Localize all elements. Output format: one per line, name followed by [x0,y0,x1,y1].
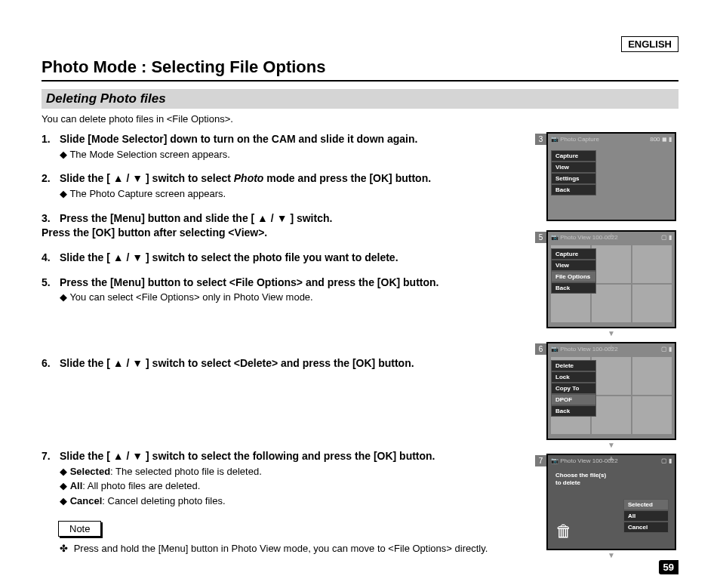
step-number: 7. [42,449,60,463]
step-sub: All: All photo files are deleted. [60,479,537,493]
page-number: 59 [659,560,678,574]
delete-prompt: Choose the file(s)to delete [555,472,606,488]
step-sub: You can select <File Options> only in Ph… [60,291,537,304]
menu-item-view[interactable]: View [551,260,596,271]
section-heading: Deleting Photo files [42,89,678,109]
option-selected[interactable]: Selected [623,499,669,510]
intro-text: You can delete photo files in <File Opti… [42,113,678,125]
menu-item-capture[interactable]: Capture [551,248,596,260]
screenshot-tag: 3 [535,134,546,145]
thumbnail[interactable] [592,245,631,283]
note-text: Press and hold the [Menu] button in Phot… [45,543,537,554]
camera-icon: 📷 Photo View 100-0022 [551,457,618,464]
screenshot-tag: 7 [535,455,546,466]
option-all[interactable]: All [623,510,669,522]
step-text: Slide the [ ▲ / ▼ ] switch to select the… [60,251,398,263]
step-text: Slide [Mode Selector] down to turn on th… [60,133,417,145]
menu-list: Capture View Settings Back [551,150,596,195]
step-text: Slide the [ ▲ / ▼ ] switch to select the… [60,450,435,462]
steps-column: 1.Slide [Mode Selector] down to turn on … [42,132,537,559]
step-number: 6. [42,356,60,371]
menu-item-file-options[interactable]: File Options [551,271,596,282]
screenshot-3: 3 📷 Photo Capture 800 ◼ ▮ Capture View S… [546,132,676,221]
menu-item-dpof[interactable]: DPOF [551,394,596,405]
status-icons: 800 ◼ ▮ [650,136,672,143]
arrow-down-icon: ▼ [608,441,615,449]
step-number: 5. [42,276,60,290]
step-number: 3. [42,211,60,226]
camera-icon: 📷 Photo View 100-0022 [551,346,618,352]
step-sub: Selected: The selected photo file is del… [60,465,537,479]
thumbnail[interactable] [632,396,672,434]
screenshot-tag: 6 [535,343,546,355]
step-number: 1. [42,132,60,146]
screenshot-tag: 5 [535,232,546,243]
screenshot-6: 6 ▲ 📷 Photo View 100-0022 ▢ ▮ Delete Loc… [546,342,676,440]
step-7: 7.Slide the [ ▲ / ▼ ] switch to select t… [42,449,537,508]
note-label: Note [58,521,101,537]
step-sub: Cancel: Cancel deleting photo files. [60,494,537,508]
step-5: 5.Press the [Menu] button to select <Fil… [42,276,537,304]
thumbnail[interactable] [632,285,672,322]
step-text: Press the [Menu] button and slide the [ … [42,212,332,239]
menu-item-delete[interactable]: Delete [551,360,596,371]
thumbnail[interactable] [592,285,631,322]
step-6: 6.Slide the [ ▲ / ▼ ] switch to select <… [42,356,537,371]
screenshot-7: 7 ▲ 📷 Photo View 100-0022 ▢ ▮ Choose the… [546,454,676,550]
status-icons: ▢ ▮ [661,234,672,241]
step-number: 4. [42,251,60,265]
arrow-down-icon: ▼ [608,329,615,337]
camera-icon: 📷 Photo View 100-0022 [551,234,618,241]
screens-column: 3 📷 Photo Capture 800 ◼ ▮ Capture View S… [546,132,678,559]
menu-item-back[interactable]: Back [551,282,596,294]
step-2: 2.Slide the [ ▲ / ▼ ] switch to select P… [42,171,537,200]
delete-options: Selected All Cancel [623,499,669,533]
menu-list: Capture View File Options Back [551,248,596,294]
step-1: 1.Slide [Mode Selector] down to turn on … [42,132,537,161]
step-number: 2. [42,171,60,186]
menu-list: Delete Lock Copy To DPOF Back [551,360,596,417]
step-sub: The Photo Capture screen appears. [60,187,537,201]
option-cancel[interactable]: Cancel [623,522,669,533]
menu-item-lock[interactable]: Lock [551,371,596,383]
thumbnail[interactable] [592,357,631,395]
thumbnail[interactable] [632,245,672,283]
arrow-down-icon: ▼ [608,551,615,559]
page-title: Photo Mode : Selecting File Options [42,57,678,82]
step-text: Press the [Menu] button to select <File … [60,276,438,288]
step-text: Slide the [ ▲ / ▼ ] switch to select <De… [60,357,414,369]
note-row: Note Press and hold the [Menu] button in… [42,521,537,554]
thumbnail[interactable] [592,396,631,434]
status-icons: ▢ ▮ [661,457,672,464]
screenshot-5: 5 ▲ 📷 Photo View 100-0022 ▢ ▮ Capture Vi… [546,230,676,328]
step-text: Slide the [ ▲ / ▼ ] switch to select Pho… [60,172,431,184]
menu-item-capture[interactable]: Capture [551,150,596,162]
menu-item-settings[interactable]: Settings [551,173,596,184]
menu-item-back[interactable]: Back [551,184,596,195]
status-icons: ▢ ▮ [661,346,672,352]
thumbnail[interactable] [632,357,672,395]
camera-icon: 📷 Photo Capture [551,136,599,143]
menu-item-copy-to[interactable]: Copy To [551,383,596,394]
language-label: ENGLISH [621,36,678,52]
trash-icon: 🗑 [555,522,572,541]
step-3: 3.Press the [Menu] button and slide the … [42,211,537,240]
menu-item-view[interactable]: View [551,162,596,173]
step-4: 4.Slide the [ ▲ / ▼ ] switch to select t… [42,251,537,265]
step-sub: The Mode Selection screen appears. [60,148,537,162]
menu-item-back[interactable]: Back [551,405,596,417]
